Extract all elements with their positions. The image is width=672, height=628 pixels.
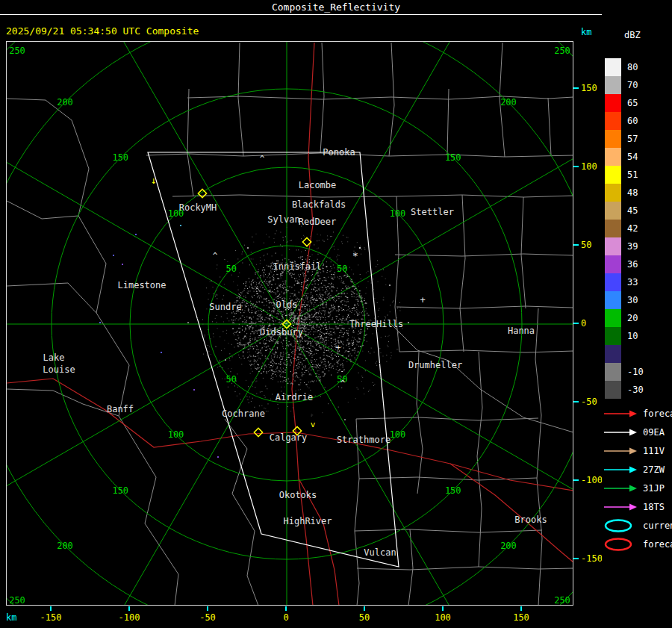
111v-arrow-icon	[603, 447, 638, 456]
svg-text:250: 250	[554, 595, 570, 605]
colorbar-band: 51	[605, 166, 644, 184]
colorbar-swatch	[605, 327, 621, 345]
timestamp-label: 2025/09/21 05:34:50 UTC Composite	[6, 25, 199, 37]
svg-text:^: ^	[260, 154, 265, 164]
x-axis-label: -50	[193, 612, 223, 623]
colorbar-band-label: 70	[627, 80, 638, 90]
forecast-ellipse-icon	[603, 537, 638, 552]
legend-label: forecast	[643, 539, 672, 550]
colorbar-band: 45	[605, 202, 644, 220]
legend-label: 27ZW	[643, 464, 665, 475]
y-axis-label: 150	[581, 82, 603, 94]
svg-text:Brooks: Brooks	[514, 514, 547, 525]
x-axis-label: -100	[114, 612, 144, 623]
colorbar-band-label: 51	[627, 170, 638, 180]
svg-text:Didsbury: Didsbury	[260, 327, 303, 338]
colorbar-band-label: 30	[627, 295, 638, 305]
svg-text:+: +	[420, 295, 425, 305]
svg-text:Lake: Lake	[43, 352, 65, 363]
svg-text:RockyMH: RockyMH	[179, 202, 217, 213]
x-axis-label: 150	[506, 612, 536, 623]
svg-text:^: ^	[213, 251, 218, 261]
27zw-legend-row: 27ZW	[603, 460, 672, 479]
x-axis-label: 50	[349, 612, 379, 623]
svg-text:200: 200	[500, 97, 517, 108]
x-axis-unit-label: km	[6, 612, 16, 623]
svg-text:↓: ↓	[151, 175, 157, 186]
forecast-arrow-icon	[603, 409, 638, 418]
window-title: Composite_Reflectivity	[272, 1, 400, 13]
27zw-arrow-icon	[603, 465, 638, 474]
y-axis-label: -100	[581, 474, 603, 486]
31jp-arrow-icon	[603, 484, 638, 493]
legend: forecast09EA111V27ZW31JP18TScurrentforec…	[603, 404, 672, 553]
x-axis-label: 100	[428, 612, 458, 623]
colorbar-band-label: 80	[627, 62, 638, 72]
svg-text:Sundre: Sundre	[209, 302, 241, 312]
radar-map-panel[interactable]: 5010015020025050100150200250501001502002…	[6, 41, 573, 606]
x-axis-tick	[442, 606, 444, 611]
svg-text:^: ^	[340, 379, 346, 388]
svg-text:50: 50	[226, 374, 237, 385]
svg-text:250: 250	[554, 46, 570, 56]
svg-text:Vulcan: Vulcan	[364, 547, 396, 558]
colorbar-band: -30	[605, 381, 644, 399]
colorbar-band: -10	[605, 363, 644, 381]
colorbar-swatch	[605, 309, 621, 327]
svg-text:Stettler: Stettler	[411, 207, 454, 217]
x-axis-tick	[364, 606, 365, 611]
111v-legend-row: 111V	[603, 441, 672, 460]
legend-label: 18TS	[643, 502, 665, 512]
colorbar-swatch	[605, 148, 621, 166]
svg-text:150: 150	[112, 485, 128, 496]
colorbar-band: 39	[605, 237, 644, 255]
svg-text:Olds: Olds	[276, 299, 298, 310]
legend-label: forecast	[643, 408, 672, 419]
svg-text:*: *	[352, 250, 358, 261]
colorbar-title: dBZ	[624, 30, 641, 40]
x-axis: -150-100-50050100150	[0, 606, 672, 628]
forecast-ellipse-legend-row: forecast	[603, 535, 672, 553]
y-axis-label: -150	[581, 553, 603, 565]
svg-text:100: 100	[390, 208, 406, 219]
svg-text:ThreeHills: ThreeHills	[349, 319, 403, 329]
colorbar-swatch	[605, 76, 621, 94]
colorbar-band: 48	[605, 184, 644, 202]
colorbar-band-label: 54	[627, 152, 638, 162]
colorbar-swatch	[605, 58, 621, 76]
colorbar-panel: dBZ 80706560575451484542393633302010-10-…	[602, 0, 672, 628]
colorbar-scale: 80706560575451484542393633302010-10-30	[605, 58, 644, 399]
svg-text:150: 150	[445, 485, 461, 496]
colorbar-band: 20	[605, 309, 644, 327]
colorbar-band-label: 20	[627, 313, 638, 323]
y-axis-tick	[573, 401, 579, 402]
colorbar-band-label: 57	[627, 134, 638, 144]
colorbar-band	[605, 345, 644, 363]
y-axis-label: 0	[581, 317, 603, 329]
current-ellipse-icon	[603, 518, 638, 533]
colorbar-band-label: -30	[627, 385, 644, 395]
svg-text:Calgary: Calgary	[270, 432, 308, 443]
colorbar-band-label: 42	[627, 223, 638, 234]
svg-text:Limestone: Limestone	[117, 280, 166, 290]
x-axis-tick	[520, 606, 522, 611]
y-axis-label: 50	[581, 239, 603, 251]
x-axis-label: -150	[36, 612, 66, 623]
x-axis-tick	[207, 606, 208, 611]
svg-text:150: 150	[445, 152, 461, 163]
svg-text:Drumheller: Drumheller	[408, 360, 462, 370]
colorbar-band-label: 10	[627, 331, 638, 341]
svg-text:250: 250	[9, 595, 25, 605]
colorbar-band: 57	[605, 130, 644, 148]
svg-text:Airdrie: Airdrie	[276, 392, 314, 402]
colorbar-band: 65	[605, 94, 644, 112]
svg-text:Sylvan: Sylvan	[267, 214, 299, 225]
colorbar-band: 36	[605, 255, 644, 273]
radar-map[interactable]: 5010015020025050100150200250501001502002…	[7, 42, 573, 605]
colorbar-swatch	[605, 166, 621, 184]
titlebar: Composite_Reflectivity	[0, 0, 672, 15]
current-ellipse-legend-row: current	[603, 516, 672, 535]
svg-text:Okotoks: Okotoks	[279, 490, 317, 500]
svg-text:Blackfalds: Blackfalds	[292, 199, 346, 210]
colorbar-swatch	[605, 237, 621, 255]
